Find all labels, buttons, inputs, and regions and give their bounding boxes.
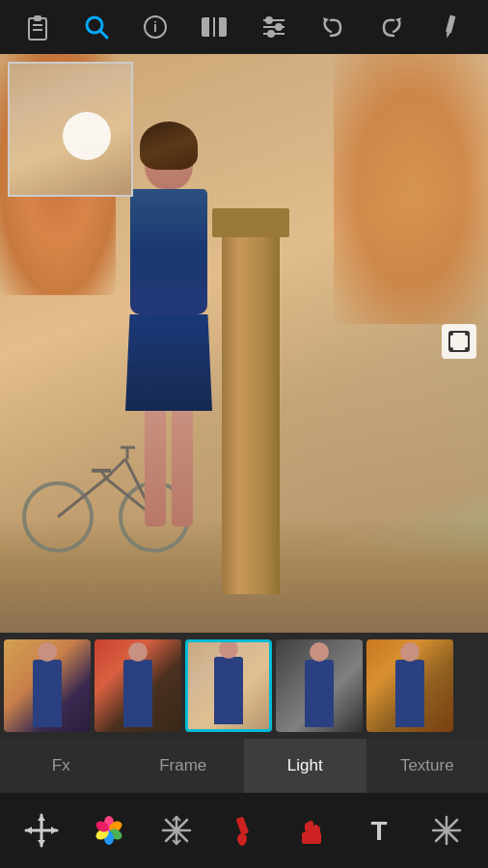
pen-icon[interactable]	[433, 10, 468, 44]
post-top	[212, 208, 289, 237]
layers-icon[interactable]	[197, 10, 231, 44]
svg-point-30	[465, 332, 469, 336]
stamp-icon[interactable]	[290, 809, 333, 852]
thumbnail-preview[interactable]	[8, 62, 133, 197]
asterisk-icon[interactable]	[425, 809, 468, 852]
svg-marker-37	[26, 827, 32, 834]
move-icon[interactable]	[20, 809, 63, 852]
person-leg-left	[145, 411, 166, 527]
svg-point-55	[237, 833, 247, 845]
tab-light[interactable]: Light	[244, 739, 366, 793]
crop-icon-overlay[interactable]	[442, 324, 476, 359]
svg-rect-17	[446, 15, 455, 34]
filter-item-2[interactable]	[95, 639, 181, 732]
svg-point-66	[444, 827, 449, 833]
svg-marker-38	[51, 827, 57, 834]
person-legs	[125, 411, 212, 527]
sliders-icon[interactable]	[257, 10, 291, 44]
svg-rect-60	[316, 827, 320, 834]
tab-frame[interactable]: Frame	[122, 739, 245, 793]
svg-line-5	[100, 31, 107, 38]
filter-item-3[interactable]	[185, 639, 272, 732]
person-torso	[130, 189, 207, 314]
search-icon[interactable]	[79, 10, 114, 44]
filter-strip	[0, 633, 488, 739]
filter-item-5[interactable]	[366, 639, 453, 732]
person-hair	[140, 122, 198, 170]
svg-point-14	[275, 23, 283, 31]
filter-item-4[interactable]	[276, 639, 363, 732]
wooden-post	[222, 228, 280, 594]
text-icon[interactable]: T	[358, 809, 400, 852]
svg-point-32	[465, 347, 469, 351]
top-toolbar: i	[0, 0, 488, 54]
person-figure	[125, 131, 212, 527]
svg-point-12	[265, 16, 273, 24]
person-leg-right	[172, 411, 193, 527]
clipboard-icon[interactable]	[20, 10, 55, 44]
redo-icon[interactable]	[374, 10, 409, 44]
svg-rect-54	[235, 816, 249, 835]
info-icon[interactable]: i	[138, 10, 173, 44]
person-skirt	[125, 314, 212, 411]
tabs-bar: Fx Frame Light Texture	[0, 739, 488, 793]
svg-rect-1	[34, 15, 41, 21]
snowflake-icon[interactable]	[155, 809, 198, 852]
undo-icon[interactable]	[315, 10, 350, 44]
svg-point-31	[449, 347, 453, 351]
svg-point-16	[267, 30, 275, 38]
svg-marker-35	[38, 815, 45, 821]
pinwheel-icon[interactable]	[88, 809, 130, 852]
svg-text:T: T	[370, 816, 387, 846]
brush-icon[interactable]	[223, 809, 265, 852]
svg-point-29	[449, 332, 453, 336]
tab-texture[interactable]: Texture	[366, 739, 489, 793]
main-image-area[interactable]	[0, 54, 488, 633]
svg-rect-59	[305, 823, 310, 832]
filter-item-1[interactable]	[4, 639, 91, 732]
svg-marker-36	[38, 840, 45, 846]
thumbnail-brush-indicator	[63, 112, 111, 160]
autumn-tree-right	[334, 54, 488, 324]
tab-fx[interactable]: Fx	[0, 739, 122, 793]
bottom-toolbar: T	[0, 793, 488, 868]
svg-text:i: i	[153, 19, 157, 35]
person-head	[145, 131, 193, 189]
